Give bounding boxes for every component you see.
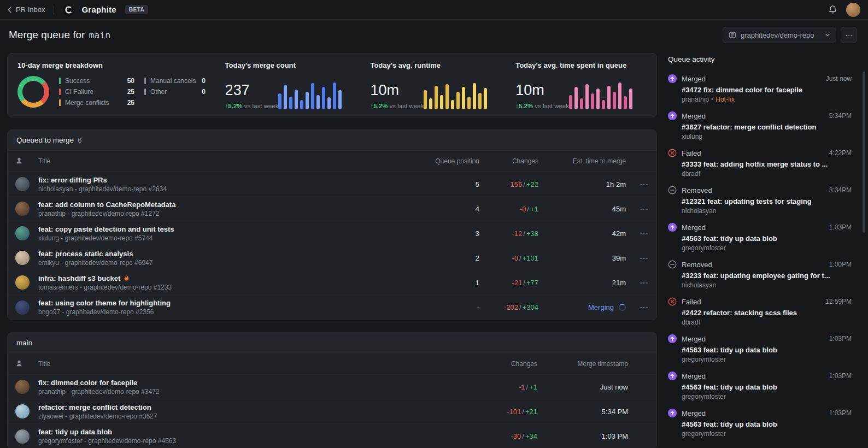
- row-title: fix: dimmed color for facepile: [38, 379, 478, 387]
- more-button[interactable]: ⋯: [841, 27, 857, 43]
- spark-bar: [429, 98, 432, 109]
- changes: -0/+1: [479, 205, 538, 213]
- activity-item[interactable]: Failed 4:22PM #3333 feat: adding hotfix …: [668, 149, 852, 178]
- activity-item[interactable]: Merged 1:03PM #4563 feat: tidy up data b…: [668, 409, 852, 438]
- activity-status: Failed: [682, 298, 701, 306]
- legend-value: 25: [127, 88, 134, 96]
- merge-timestamp: Just now: [537, 383, 628, 391]
- row-menu-button[interactable]: ⋯: [626, 204, 649, 214]
- row-avatar: [15, 251, 30, 265]
- row-meta: pranathip - graphitedev/demo-repo #3472: [38, 388, 478, 396]
- table-row[interactable]: refactor: merge conflict detection ziyao…: [8, 399, 656, 424]
- bell-icon[interactable]: [828, 5, 837, 14]
- table-row[interactable]: fix: dimmed color for facepile pranathip…: [8, 375, 656, 399]
- activity-title: #4563 feat: tidy up data blob: [682, 346, 846, 354]
- page-title-prefix: Merge queue for: [9, 29, 85, 41]
- legend-swatch: [144, 78, 146, 84]
- beta-badge: BETA: [125, 5, 148, 14]
- activity-item[interactable]: Merged 5:34PM #3627 refactor: merge conf…: [668, 111, 852, 140]
- app-name: Graphite: [81, 5, 116, 14]
- activity-status: Merged: [682, 335, 706, 343]
- changes: -21/+77: [479, 279, 538, 287]
- merged-card: main Title Changes Merge timestamp fix: …: [7, 332, 657, 448]
- legend-label: Other: [150, 88, 167, 96]
- row-avatar: [15, 429, 30, 444]
- user-avatar[interactable]: [846, 3, 860, 17]
- merged-icon: [668, 334, 677, 343]
- changes-deletions: -12: [512, 229, 523, 238]
- row-menu-button[interactable]: ⋯: [626, 253, 649, 263]
- spark-bar: [624, 96, 627, 109]
- changes: -156/+22: [479, 180, 538, 188]
- spark-bar: [278, 93, 281, 109]
- activity-item[interactable]: Removed 1:00PM #3233 feat: updating empl…: [668, 260, 852, 289]
- legend-item: Merge conflicts 25: [59, 97, 134, 108]
- table-row[interactable]: feat: copy paste detection and unit test…: [8, 221, 656, 246]
- row-title: fix: error diffing PRs: [38, 176, 349, 184]
- activity-status: Merged: [682, 223, 706, 232]
- merge-timestamp: 5:34 PM: [537, 408, 628, 416]
- topbar-divider: [54, 5, 54, 14]
- table-row[interactable]: infra: hashdiff s3 bucket tomasreimers -…: [8, 270, 656, 295]
- repo-selector[interactable]: graphitedev/demo-repo: [723, 27, 836, 43]
- table-row[interactable]: feat: add column to CacheRepoMetadata pr…: [8, 197, 656, 221]
- table-row[interactable]: feat: using color theme for highlighting…: [8, 295, 656, 320]
- merging-spinner-icon: [619, 304, 626, 311]
- queue-position: 5: [349, 180, 479, 188]
- removed-icon: [668, 186, 677, 194]
- fire-icon: [124, 275, 130, 282]
- row-title: feat: add column to CacheRepoMetadata: [38, 201, 349, 209]
- main-column: 10-day merge breakdown Success 50 CI Fai…: [0, 49, 657, 448]
- stat-card: Today's avg. runtime 10m ↑5.2% vs last w…: [356, 61, 501, 109]
- row-menu-button[interactable]: ⋯: [626, 302, 649, 313]
- legend-swatch: [59, 99, 61, 106]
- merged-icon: [668, 223, 677, 232]
- legend-label: Success: [65, 77, 90, 85]
- activity-time: 1:03PM: [829, 223, 852, 231]
- changes-additions: +77: [526, 279, 538, 287]
- table-row[interactable]: feat: tidy up data blob gregorymfoster -…: [8, 424, 656, 448]
- legend-label: Merge conflicts: [65, 99, 109, 107]
- activity-author: gregorymfoster: [682, 393, 852, 400]
- changes-deletions: -21: [512, 279, 523, 287]
- table-row[interactable]: fix: error diffing PRs nicholasyan - gra…: [8, 172, 656, 197]
- row-menu-button[interactable]: ⋯: [626, 179, 649, 190]
- est-time: 21m: [612, 279, 626, 287]
- changes-deletions: -101: [507, 408, 521, 416]
- spark-bar: [484, 88, 487, 109]
- breakdown-legend: Success 50 CI Failure 25 Merge conflicts…: [59, 75, 206, 108]
- row-avatar: [15, 226, 30, 240]
- queue-position: 3: [349, 229, 479, 238]
- legend-value: 0: [202, 77, 206, 85]
- merged-table-header: Title Changes Merge timestamp: [8, 353, 656, 375]
- queue-activity-panel: Queue activity Merged Just now #3472 fix…: [657, 49, 868, 448]
- changes-additions: +1: [530, 205, 538, 213]
- changes-deletions: -30: [511, 432, 521, 440]
- stat-card: Today's avg. time spent in queue 10m ↑5.…: [501, 61, 647, 109]
- activity-item[interactable]: Merged 1:03PM #4563 feat: tidy up data b…: [668, 372, 852, 400]
- back-button[interactable]: PR Inbox: [8, 5, 45, 14]
- top-bar: PR Inbox Graphite BETA: [0, 0, 868, 20]
- stat-value: 10m: [370, 82, 424, 99]
- est-time: 39m: [612, 254, 626, 262]
- merged-icon: [668, 409, 677, 417]
- activity-item[interactable]: Merged Just now #3472 fix: dimmed color …: [668, 74, 852, 103]
- activity-item[interactable]: Merged 1:03PM #4563 feat: tidy up data b…: [668, 223, 852, 252]
- changes: -30/+34: [478, 432, 537, 440]
- activity-item[interactable]: Failed 12:59PM #2422 refactor: stacking …: [668, 297, 852, 326]
- activity-item[interactable]: Removed 3:34PM #12321 feat: updating tes…: [668, 186, 852, 215]
- spark-bar: [322, 87, 325, 109]
- activity-time: 1:03PM: [829, 409, 852, 417]
- spark-bar: [585, 84, 589, 109]
- stat-delta: ↑5.2% vs last week: [225, 103, 279, 109]
- spark-bar: [467, 97, 471, 109]
- row-menu-button[interactable]: ⋯: [626, 228, 649, 239]
- row-menu-button[interactable]: ⋯: [626, 278, 649, 288]
- activity-scrollbar[interactable]: [863, 72, 865, 233]
- spark-bar: [289, 97, 292, 109]
- activity-item[interactable]: Merged 1:03PM #4563 feat: tidy up data b…: [668, 334, 852, 363]
- queue-position: 4: [349, 205, 479, 213]
- activity-title: #3627 refactor: merge conflict detection: [682, 123, 846, 131]
- table-row[interactable]: feat: process static analysis emikyu - g…: [8, 246, 656, 270]
- legend-item: CI Failure 25: [59, 86, 134, 97]
